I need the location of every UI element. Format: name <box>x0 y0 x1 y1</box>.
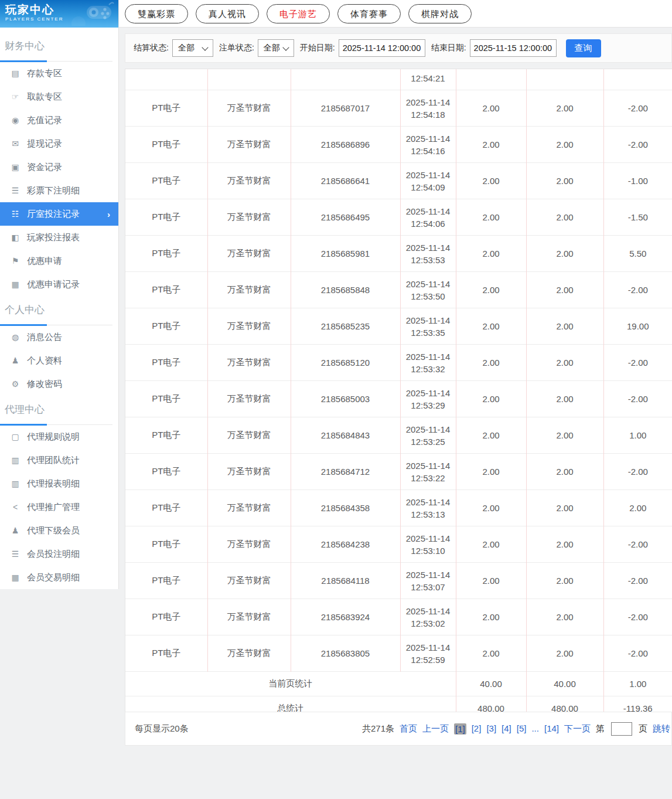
game-name-cell: 万圣节财富 <box>207 526 291 563</box>
sidebar-item-agent-report-details[interactable]: ▥代理报表明细 <box>0 472 118 495</box>
winloss-cell: -2.00 <box>603 563 672 599</box>
bet-date-line: 2025-11-14 <box>401 278 456 290</box>
next-page-link[interactable]: 下一页 <box>564 723 591 735</box>
sidebar-item-recharge-records[interactable]: ◉充值记录 <box>0 108 118 132</box>
team-stats-icon: ▥ <box>9 455 21 465</box>
page-link-5[interactable]: [5] <box>517 723 527 735</box>
sidebar-item-deposit-zone[interactable]: ▤存款专区 <box>0 62 118 85</box>
page-link-2[interactable]: [2] <box>472 723 482 735</box>
jump-prefix-label: 第 <box>596 723 605 735</box>
promo-flag-icon: ⚑ <box>9 256 21 266</box>
game-type-cell <box>125 69 207 90</box>
game-type-cell: PT电子 <box>125 345 207 381</box>
tab-live-video[interactable]: 真人视讯 <box>196 4 259 23</box>
valid-amount-cell: 2.00 <box>526 90 603 127</box>
sidebar-item-player-bet-report[interactable]: ◧玩家投注报表 <box>0 226 118 249</box>
tab-sports[interactable]: 体育赛事 <box>337 4 401 23</box>
sidebar-item-change-password[interactable]: ⚙修改密码 <box>0 372 118 396</box>
lottery-list-icon: ☰ <box>9 186 21 195</box>
bet-date-line: 2025-11-14 <box>401 460 456 472</box>
winloss-cell: 1.00 <box>603 417 672 454</box>
start-date-input[interactable] <box>339 39 425 57</box>
report-chart-icon: ◧ <box>9 233 21 242</box>
game-type-cell: PT电子 <box>125 490 207 526</box>
sidebar-item-member-bet-details[interactable]: ☰会员投注明细 <box>0 542 118 566</box>
sidebar-item-agent-team-stats[interactable]: ▥代理团队统计 <box>0 448 118 472</box>
first-page-link[interactable]: 首页 <box>400 723 417 735</box>
game-name-cell: 万圣节财富 <box>207 490 291 526</box>
tab-board-games[interactable]: 棋牌对战 <box>408 4 472 23</box>
bet-id-cell: 2185687017 <box>291 90 400 127</box>
table-row: PT电子万圣节财富21856843582025-11-1412:53:132.0… <box>125 490 672 526</box>
game-name-cell: 万圣节财富 <box>207 345 291 381</box>
sidebar-item-agent-rules[interactable]: ▢代理规则说明 <box>0 425 118 448</box>
bet-time-line: 12:54:09 <box>401 181 456 193</box>
bet-time-cell: 2025-11-1412:53:25 <box>400 417 456 454</box>
sidebar-item-hall-bet-records[interactable]: ☷厅室投注记录› <box>0 202 118 226</box>
valid-amount-cell: 2.00 <box>526 599 603 635</box>
jump-button[interactable]: 跳转 <box>653 723 670 735</box>
sidebar-item-promo-apply[interactable]: ⚑优惠申请 <box>0 249 118 273</box>
order-status-value: 全部 <box>264 43 280 53</box>
valid-amount-cell: 2.00 <box>526 272 603 308</box>
prev-page-link[interactable]: 上一页 <box>422 723 449 735</box>
summary-valid-cell: 40.00 <box>526 672 603 696</box>
valid-amount-cell: 2.00 <box>526 490 603 526</box>
transaction-icon: ▦ <box>9 573 21 582</box>
gamepad-icon <box>70 1 115 26</box>
bet-time-line: 12:53:53 <box>401 254 456 266</box>
game-name-cell: 万圣节财富 <box>207 127 291 163</box>
page-link-3[interactable]: [3] <box>486 723 496 735</box>
settle-status-select[interactable]: 全部 <box>172 39 213 57</box>
page-root: 玩家中心 PLAYERS CENTER 财务中心▤存款专区☞取款专区◉充值记录✉… <box>0 0 672 799</box>
page-link-4[interactable]: [4] <box>502 723 511 735</box>
sidebar-item-profile[interactable]: ♟个人资料 <box>0 349 118 372</box>
jump-page-input[interactable] <box>611 722 632 736</box>
tab-electronic-games[interactable]: 电子游艺 <box>267 4 330 23</box>
sidebar-item-lottery-bet-details[interactable]: ☰彩票下注明细 <box>0 179 118 202</box>
sidebar-item-funds-records[interactable]: ▣资金记录 <box>0 155 118 179</box>
sidebar-item-member-transaction-details[interactable]: ▦会员交易明细 <box>0 566 118 589</box>
game-type-cell: PT电子 <box>125 381 207 417</box>
bet-id-cell: 2185685003 <box>291 381 400 417</box>
table-row: PT电子万圣节财富21856864952025-11-1412:54:062.0… <box>125 199 672 236</box>
bet-time-line: 12:53:50 <box>401 290 456 302</box>
winloss-cell: -2.00 <box>603 272 672 308</box>
bet-amount-cell: 2.00 <box>456 599 526 635</box>
bell-icon: ◍ <box>9 332 21 342</box>
valid-amount-cell: 2.00 <box>526 308 603 345</box>
winloss-cell <box>603 69 672 90</box>
bet-time-line: 12:54:21 <box>401 72 456 84</box>
sidebar-item-promo-apply-records[interactable]: ▦优惠申请记录 <box>0 273 118 296</box>
table-row: PT电子万圣节财富21856839242025-11-1412:53:022.0… <box>125 599 672 635</box>
moneybag-icon: ◉ <box>9 115 21 125</box>
game-name-cell: 万圣节财富 <box>207 163 291 199</box>
valid-amount-cell: 2.00 <box>526 381 603 417</box>
query-button[interactable]: 查询 <box>566 39 601 57</box>
sidebar-item-agent-promotion[interactable]: <代理推广管理 <box>0 495 118 519</box>
sidebar-item-messages[interactable]: ◍消息公告 <box>0 325 118 349</box>
sidebar-item-withdraw-zone[interactable]: ☞取款专区 <box>0 85 118 108</box>
winloss-cell: -2.00 <box>603 454 672 490</box>
order-status-select[interactable]: 全部 <box>258 39 294 57</box>
game-name-cell: 万圣节财富 <box>207 635 291 672</box>
page-link-14[interactable]: [14] <box>544 723 559 735</box>
valid-amount-cell: 2.00 <box>526 563 603 599</box>
chevron-down-icon <box>282 44 289 50</box>
bet-date-line: 2025-11-14 <box>401 423 456 436</box>
end-date-input[interactable] <box>470 39 557 57</box>
bet-time-line: 12:53:25 <box>401 436 456 448</box>
game-category-tabs: 雙赢彩票真人视讯电子游艺体育赛事棋牌对战 <box>119 0 672 28</box>
sidebar-item-agent-sub-members[interactable]: ♟代理下级会员 <box>0 519 118 542</box>
valid-amount-cell <box>526 69 603 90</box>
bet-id-cell: 2185683805 <box>291 635 400 672</box>
tab-shuangying-lottery[interactable]: 雙赢彩票 <box>125 4 188 23</box>
sidebar-item-label: 消息公告 <box>27 332 62 343</box>
bet-date-line: 2025-11-14 <box>401 605 456 617</box>
bet-time-line: 12:53:32 <box>401 363 456 375</box>
bet-amount-cell: 2.00 <box>456 526 526 563</box>
page-link-1[interactable]: [1] <box>454 723 466 735</box>
sidebar-item-withdrawal-records[interactable]: ✉提现记录 <box>0 132 118 155</box>
bet-date-line: 2025-11-14 <box>401 96 456 108</box>
gear-icon: ⚙ <box>9 379 21 389</box>
